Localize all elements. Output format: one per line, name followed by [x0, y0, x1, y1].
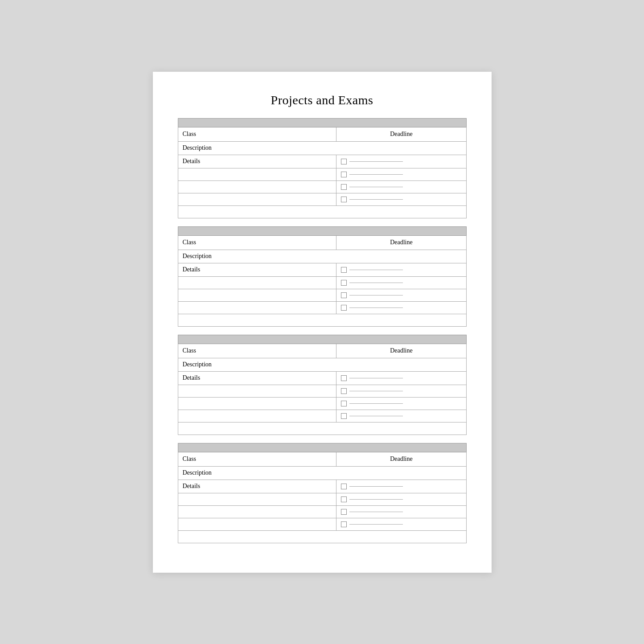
section-1-header-bar	[178, 118, 466, 127]
section-2-table: Class Deadline Description Details	[178, 226, 467, 327]
section-3-empty-row	[178, 422, 466, 435]
checkbox-line-2-2	[349, 283, 403, 283]
deadline-label-3: Deadline	[336, 344, 466, 358]
description-label-4: Description	[178, 466, 466, 480]
class-label-1: Class	[178, 127, 336, 141]
class-label-4: Class	[178, 452, 336, 466]
section-3-header-bar	[178, 335, 466, 344]
section-1-empty-row	[178, 205, 466, 218]
checkbox-line-4-2	[349, 499, 403, 500]
section-2-description-row: Description	[178, 250, 466, 263]
description-label-2: Description	[178, 250, 466, 263]
section-1-checkbox-row-2	[178, 168, 466, 180]
section-3-class-deadline-row: Class Deadline	[178, 344, 466, 358]
checkbox-icon-1-4[interactable]	[341, 197, 347, 202]
description-label-3: Description	[178, 358, 466, 371]
checkbox-line-2-3	[349, 295, 403, 295]
section-3-checkbox-row-3	[178, 397, 466, 410]
class-label-3: Class	[178, 344, 336, 358]
checkbox-line-4-3	[349, 512, 403, 512]
section-3-checkbox-4[interactable]	[336, 410, 466, 422]
checkbox-icon-4-4[interactable]	[341, 521, 347, 527]
section-3-checkbox-3[interactable]	[336, 397, 466, 410]
section-4-checkbox-3[interactable]	[336, 505, 466, 518]
checkbox-icon-4-3[interactable]	[341, 509, 347, 515]
section-2-checkbox-row-2	[178, 276, 466, 289]
checkbox-line-2-4	[349, 308, 403, 308]
section-1-table: Class Deadline Description Details	[178, 118, 467, 218]
section-2-checkbox-1[interactable]	[336, 263, 466, 276]
deadline-label-4: Deadline	[336, 452, 466, 466]
section-2-checkbox-row-4	[178, 301, 466, 314]
section-2-class-deadline-row: Class Deadline	[178, 235, 466, 250]
section-4: Class Deadline Description Details	[178, 443, 467, 543]
section-4-checkbox-row-3	[178, 505, 466, 518]
section-2-checkbox-2[interactable]	[336, 276, 466, 289]
section-4-header-bar	[178, 443, 466, 452]
checkbox-line-3-1	[349, 378, 403, 378]
details-label-1: Details	[178, 155, 336, 168]
section-1-checkbox-2[interactable]	[336, 168, 466, 180]
section-4-details-row: Details	[178, 480, 466, 493]
section-3-checkbox-2[interactable]	[336, 385, 466, 397]
deadline-label-2: Deadline	[336, 235, 466, 250]
section-1-checkbox-3[interactable]	[336, 180, 466, 193]
section-3: Class Deadline Description Details	[178, 335, 467, 435]
page: Projects and Exams Class Deadline Descri…	[153, 72, 492, 573]
section-2-details-row: Details	[178, 263, 466, 276]
section-3-description-row: Description	[178, 358, 466, 371]
checkbox-line-3-4	[349, 416, 403, 416]
checkbox-icon-1-1[interactable]	[341, 159, 347, 164]
checkbox-icon-2-3[interactable]	[341, 292, 347, 298]
section-4-checkbox-2[interactable]	[336, 493, 466, 505]
section-1-checkbox-4[interactable]	[336, 193, 466, 205]
checkbox-icon-2-1[interactable]	[341, 267, 347, 273]
checkbox-icon-2-4[interactable]	[341, 305, 347, 311]
section-2: Class Deadline Description Details	[178, 226, 467, 327]
checkbox-line-3-2	[349, 391, 403, 391]
section-1: Class Deadline Description Details	[178, 118, 467, 218]
section-2-header-bar	[178, 226, 466, 235]
checkbox-line-1-1	[349, 161, 403, 162]
section-2-checkbox-row-3	[178, 289, 466, 301]
details-label-2: Details	[178, 263, 336, 276]
section-3-details-row: Details	[178, 371, 466, 385]
checkbox-icon-4-1[interactable]	[341, 484, 347, 489]
checkbox-icon-3-3[interactable]	[341, 401, 347, 406]
checkbox-icon-3-4[interactable]	[341, 413, 347, 419]
section-3-checkbox-row-4	[178, 410, 466, 422]
deadline-label-1: Deadline	[336, 127, 466, 141]
checkbox-icon-1-3[interactable]	[341, 184, 347, 190]
checkbox-line-4-4	[349, 524, 403, 525]
checkbox-icon-3-1[interactable]	[341, 375, 347, 381]
details-label-4: Details	[178, 480, 336, 493]
section-2-checkbox-4[interactable]	[336, 301, 466, 314]
checkbox-line-4-1	[349, 486, 403, 487]
section-2-checkbox-3[interactable]	[336, 289, 466, 301]
section-3-checkbox-1[interactable]	[336, 371, 466, 385]
section-4-description-row: Description	[178, 466, 466, 480]
section-1-checkbox-row-4	[178, 193, 466, 205]
section-4-checkbox-row-2	[178, 493, 466, 505]
section-1-checkbox-1[interactable]	[336, 155, 466, 168]
section-1-description-row: Description	[178, 141, 466, 155]
section-3-table: Class Deadline Description Details	[178, 335, 467, 435]
section-4-class-deadline-row: Class Deadline	[178, 452, 466, 466]
checkbox-icon-2-2[interactable]	[341, 280, 347, 286]
checkbox-line-1-3	[349, 187, 403, 187]
checkbox-icon-3-2[interactable]	[341, 388, 347, 394]
section-2-empty-row	[178, 314, 466, 326]
checkbox-icon-1-2[interactable]	[341, 172, 347, 177]
checkbox-line-2-1	[349, 270, 403, 270]
checkbox-line-1-2	[349, 174, 403, 175]
section-4-empty-row	[178, 530, 466, 543]
section-4-checkbox-row-4	[178, 518, 466, 530]
section-1-class-deadline-row: Class Deadline	[178, 127, 466, 141]
description-label-1: Description	[178, 141, 466, 155]
checkbox-icon-4-2[interactable]	[341, 496, 347, 502]
details-label-3: Details	[178, 371, 336, 385]
page-title: Projects and Exams	[178, 93, 467, 107]
section-4-checkbox-4[interactable]	[336, 518, 466, 530]
section-4-checkbox-1[interactable]	[336, 480, 466, 493]
checkbox-line-3-3	[349, 403, 403, 404]
